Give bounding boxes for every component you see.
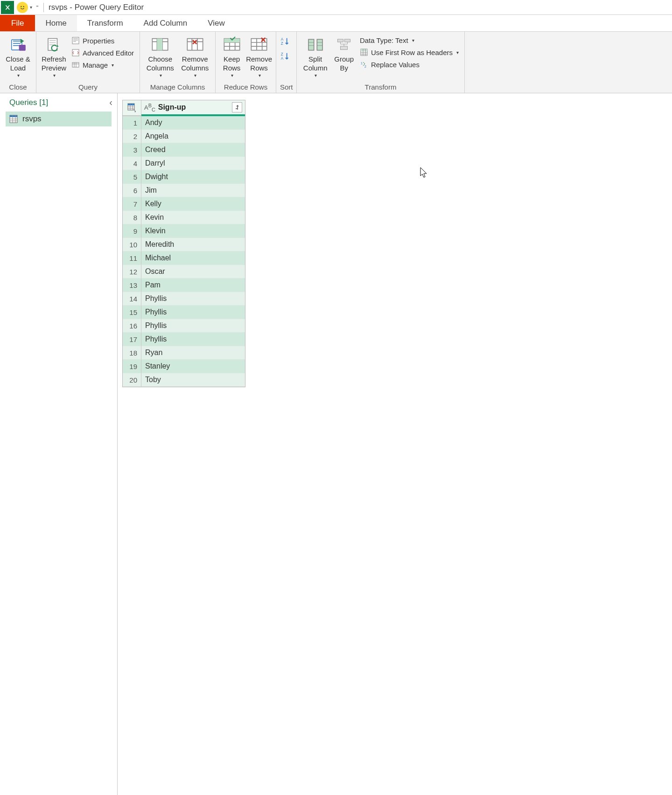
cell-signup[interactable]: Pam — [141, 279, 245, 292]
cell-signup[interactable]: Angela — [141, 130, 245, 143]
table-row[interactable]: 17Phyllis — [123, 333, 245, 346]
svg-rect-22 — [341, 46, 348, 50]
grid-header-row: ABC Sign-up — [123, 100, 245, 116]
cell-signup[interactable]: Phyllis — [141, 306, 245, 319]
smiley-icon[interactable] — [17, 2, 28, 13]
table-row[interactable]: 15Phyllis — [123, 306, 245, 319]
table-row[interactable]: 20Toby — [123, 373, 245, 387]
cell-signup[interactable]: Klevin — [141, 224, 245, 238]
table-row[interactable]: 9Klevin — [123, 224, 245, 238]
choose-columns-label: Choose Columns — [147, 55, 174, 73]
table-row[interactable]: 1Andy — [123, 116, 245, 130]
table-row[interactable]: 12Oscar — [123, 265, 245, 279]
table-row[interactable]: 10Meredith — [123, 238, 245, 251]
group-by-button[interactable]: Group By — [332, 34, 356, 73]
keep-rows-button[interactable]: Keep Rows ▾ — [219, 34, 244, 78]
manage-button[interactable]: Manage ▾ — [70, 60, 136, 70]
cell-signup[interactable]: Darryl — [141, 157, 245, 170]
split-column-label: Split Column — [303, 55, 328, 73]
row-number: 5 — [123, 170, 141, 184]
svg-rect-12 — [224, 39, 239, 42]
advanced-editor-button[interactable]: Advanced Editor — [70, 48, 136, 58]
choose-columns-button[interactable]: Choose Columns ▾ — [144, 34, 177, 78]
row-number: 15 — [123, 306, 141, 319]
remove-columns-button[interactable]: Remove Columns ▾ — [179, 34, 212, 78]
table-row[interactable]: 2Angela — [123, 130, 245, 143]
cell-signup[interactable]: Stanley — [141, 360, 245, 373]
table-menu-button[interactable] — [123, 100, 141, 116]
close-and-load-button[interactable]: Close & Load ▾ — [4, 34, 32, 78]
refresh-preview-button[interactable]: Refresh Preview ▾ — [40, 34, 68, 78]
table-row[interactable]: 4Darryl — [123, 157, 245, 170]
svg-rect-5 — [72, 37, 79, 44]
query-item-rsvps[interactable]: rsvps — [6, 112, 112, 126]
tab-home[interactable]: Home — [35, 15, 77, 31]
row-number: 10 — [123, 238, 141, 251]
keep-rows-label: Keep Rows — [223, 55, 241, 73]
column-header-signup[interactable]: ABC Sign-up — [141, 100, 245, 116]
cell-signup[interactable]: Dwight — [141, 170, 245, 184]
collapse-pane-button[interactable]: ‹ — [109, 97, 112, 108]
cell-signup[interactable]: Phyllis — [141, 333, 245, 346]
cell-signup[interactable]: Phyllis — [141, 319, 245, 333]
close-load-icon — [9, 35, 27, 55]
split-column-button[interactable]: Split Column ▾ — [301, 34, 330, 78]
tab-file[interactable]: File — [0, 15, 35, 31]
data-type-button[interactable]: Data Type: Text ▾ — [358, 35, 461, 45]
svg-text:2: 2 — [364, 65, 366, 68]
replace-values-label: Replace Values — [371, 61, 420, 69]
table-row[interactable]: 14Phyllis — [123, 292, 245, 306]
svg-rect-3 — [19, 45, 25, 51]
group-close: Close & Load ▾ Close — [0, 32, 36, 93]
table-row[interactable]: 13Pam — [123, 279, 245, 292]
cell-signup[interactable]: Meredith — [141, 238, 245, 251]
chevron-down-icon: ▾ — [160, 73, 162, 78]
use-first-row-headers-button[interactable]: Use First Row as Headers ▾ — [358, 47, 461, 57]
cell-signup[interactable]: Andy — [141, 116, 245, 130]
table-row[interactable]: 18Ryan — [123, 346, 245, 360]
replace-values-button[interactable]: 12 Replace Values — [358, 59, 461, 70]
tab-transform[interactable]: Transform — [77, 15, 133, 31]
table-row[interactable]: 8Kevin — [123, 211, 245, 224]
keep-rows-icon — [223, 35, 241, 55]
table-row[interactable]: 6Jim — [123, 184, 245, 197]
svg-rect-7 — [72, 63, 79, 67]
table-row[interactable]: 7Kelly — [123, 197, 245, 211]
group-query: Refresh Preview ▾ Properties Advanced Ed… — [36, 32, 140, 93]
cell-signup[interactable]: Jim — [141, 184, 245, 197]
remove-columns-label: Remove Columns — [181, 55, 209, 73]
column-filter-button[interactable] — [232, 102, 242, 112]
cell-signup[interactable]: Ryan — [141, 346, 245, 360]
tab-view[interactable]: View — [197, 15, 235, 31]
svg-rect-30 — [128, 104, 134, 105]
separator — [43, 3, 44, 12]
cell-signup[interactable]: Kevin — [141, 211, 245, 224]
sort-desc-icon: ZA — [280, 51, 290, 62]
table-row[interactable]: 16Phyllis — [123, 319, 245, 333]
cell-signup[interactable]: Creed — [141, 143, 245, 157]
sort-ascending-button[interactable]: AZ — [280, 36, 290, 47]
cell-signup[interactable]: Michael — [141, 251, 245, 265]
table-row[interactable]: 19Stanley — [123, 360, 245, 373]
cell-signup[interactable]: Oscar — [141, 265, 245, 279]
data-grid: ABC Sign-up 1Andy2Angela3Creed4Darryl5Dw… — [122, 100, 245, 387]
tab-add-column[interactable]: Add Column — [133, 15, 198, 31]
cell-signup[interactable]: Phyllis — [141, 292, 245, 306]
svg-rect-10 — [187, 39, 203, 50]
table-row[interactable]: 3Creed — [123, 143, 245, 157]
sort-descending-button[interactable]: ZA — [280, 51, 290, 62]
preview-canvas: ABC Sign-up 1Andy2Angela3Creed4Darryl5Dw… — [118, 93, 672, 795]
remove-rows-button[interactable]: Remove Rows ▾ — [246, 34, 272, 78]
cell-signup[interactable]: Kelly — [141, 197, 245, 211]
row-number: 12 — [123, 265, 141, 279]
cell-signup[interactable]: Toby — [141, 373, 245, 387]
properties-button[interactable]: Properties — [70, 35, 136, 46]
qat-customize-icon[interactable]: ⁼ — [36, 4, 39, 10]
qat-dropdown-icon[interactable]: ▾ — [30, 5, 32, 10]
table-row[interactable]: 5Dwight — [123, 170, 245, 184]
table-row[interactable]: 11Michael — [123, 251, 245, 265]
row-number: 4 — [123, 157, 141, 170]
ribbon: Close & Load ▾ Close Refresh Preview ▾ P… — [0, 32, 672, 93]
chevron-down-icon: ▾ — [53, 73, 56, 78]
svg-point-1 — [23, 6, 24, 7]
